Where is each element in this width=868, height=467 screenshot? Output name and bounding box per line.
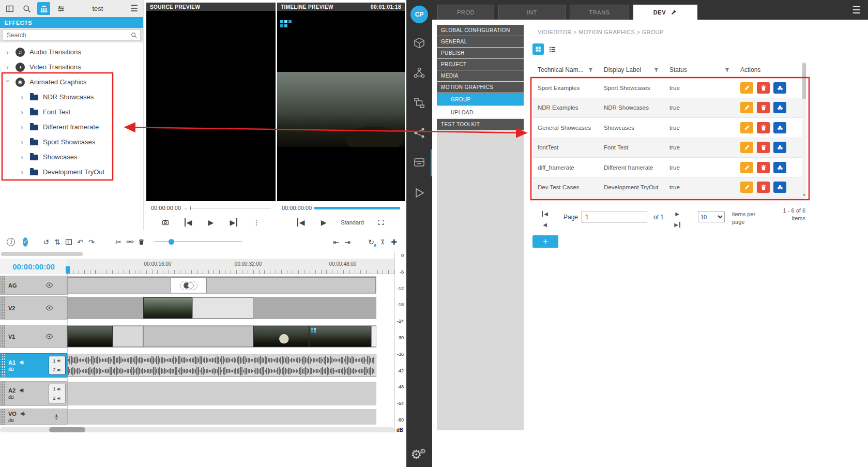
drag-handle-icon[interactable] — [1, 409, 5, 425]
nav-publish[interactable]: PUBLISH — [437, 48, 524, 58]
audio-clip[interactable] — [67, 354, 376, 377]
column-technical-name[interactable]: Technical Nam... — [538, 66, 584, 73]
scissors-icon[interactable]: ✂ — [113, 236, 124, 248]
preview-button[interactable] — [773, 162, 786, 173]
zoom-slider-handle[interactable] — [169, 239, 174, 245]
delete-clip-icon[interactable] — [135, 236, 147, 248]
tab-trans[interactable]: TRANS — [570, 5, 629, 20]
delete-button[interactable] — [757, 122, 770, 133]
eye-icon[interactable] — [45, 281, 53, 289]
video-clip[interactable] — [371, 326, 376, 347]
speaker-icon[interactable] — [19, 387, 25, 394]
tab-prod[interactable]: PROD — [437, 5, 494, 20]
filter-funnel-icon[interactable] — [653, 67, 659, 73]
edit-button[interactable] — [740, 122, 753, 133]
db-meter-label[interactable]: dB — [8, 418, 26, 423]
preview-button[interactable] — [773, 182, 786, 193]
nav-media[interactable]: MEDIA — [437, 70, 524, 81]
chevron-right-icon[interactable]: › — [6, 63, 11, 71]
graphics-clip[interactable] — [68, 277, 376, 293]
layout-icon[interactable] — [3, 2, 16, 15]
play-icon[interactable]: ▶ — [318, 217, 329, 228]
add-group-button[interactable]: + — [532, 235, 558, 248]
quality-selector[interactable]: Standard — [341, 219, 364, 225]
track-v1-header[interactable]: V1 — [0, 325, 67, 348]
structure-nodes-icon[interactable] — [406, 63, 432, 83]
edit-button[interactable] — [740, 182, 753, 193]
table-scrollbar[interactable]: ▼ — [802, 62, 806, 198]
undo-icon[interactable]: ↶ — [74, 236, 86, 248]
delete-button[interactable] — [757, 142, 770, 153]
drag-handle-icon[interactable] — [1, 354, 5, 377]
column-status[interactable]: Status — [669, 66, 687, 73]
prev-page-button[interactable]: ◀ — [540, 220, 550, 229]
table-row[interactable]: Sport Examples Sport Showcases true — [532, 78, 806, 98]
nav-general[interactable]: GENERAL — [437, 36, 524, 47]
delete-button[interactable] — [757, 82, 770, 94]
eye-icon[interactable] — [45, 333, 53, 340]
speaker-icon[interactable] — [57, 396, 62, 401]
go-to-start-icon[interactable]: ◀ — [295, 217, 307, 228]
tree-item-sport-showcases[interactable]: › Sport Showcases — [0, 134, 143, 149]
tree-item-ndr-showcases[interactable]: › NDR Showcases — [0, 89, 143, 104]
tab-int[interactable]: INT — [498, 5, 566, 20]
tree-item-different-framerate[interactable]: › Different framerate — [0, 119, 143, 134]
preview-button[interactable] — [773, 122, 786, 133]
list-view-icon[interactable] — [549, 45, 556, 53]
chevron-right-icon[interactable]: › — [6, 48, 11, 56]
nav-test-toolkit[interactable]: TEST TOOLKIT — [437, 119, 524, 130]
scroll-down-icon[interactable]: ▼ — [802, 193, 806, 198]
split-view-icon[interactable] — [63, 236, 74, 248]
move-icon[interactable]: ✚ — [388, 236, 400, 248]
video-clip[interactable] — [192, 297, 253, 319]
speaker-icon[interactable] — [57, 358, 62, 363]
preview-button[interactable] — [773, 102, 786, 113]
chevron-right-icon[interactable]: › — [21, 153, 25, 161]
table-row[interactable]: NDR Examples NDR Showcases true — [532, 98, 806, 118]
insert-after-icon[interactable]: ⇥ — [342, 236, 353, 248]
tree-group-animated-graphics[interactable]: › ◉ Animated Graphics — [0, 74, 143, 89]
timeline-top-scrollbar[interactable] — [1, 252, 83, 256]
reset-icon[interactable]: ↺ — [40, 236, 52, 248]
tree-item-font-test[interactable]: › Font Test — [0, 104, 143, 119]
chevron-down-icon[interactable]: › — [5, 80, 12, 84]
playout-icon[interactable] — [406, 183, 432, 203]
filter-funnel-icon[interactable] — [588, 67, 593, 73]
drag-handle-icon[interactable] — [1, 382, 5, 405]
first-page-button[interactable]: ◀ — [540, 209, 550, 218]
video-clip-thumbnail[interactable] — [67, 326, 113, 347]
razor-icon[interactable]: ✂ — [377, 236, 388, 248]
drag-handle-icon[interactable] — [1, 297, 5, 319]
video-clip[interactable] — [113, 326, 143, 347]
table-row[interactable]: fontTest Font Test true — [532, 138, 806, 158]
drag-handle-icon[interactable] — [1, 276, 5, 294]
edit-button[interactable] — [740, 162, 753, 173]
chevron-right-icon[interactable]: › — [21, 138, 25, 146]
last-page-button[interactable]: ▶ — [672, 220, 682, 229]
track-vo-header[interactable]: VO dB — [0, 409, 67, 425]
redo-icon[interactable]: ↷ — [86, 236, 97, 248]
loop-icon[interactable]: ↻ — [366, 236, 377, 248]
configuration-card-icon[interactable] — [406, 153, 432, 173]
chevron-right-icon[interactable]: › — [21, 123, 25, 131]
timeline-horizontal-scrollbar[interactable] — [0, 427, 394, 432]
db-meter-label[interactable]: dB — [8, 395, 25, 400]
tab-dev[interactable]: DEV — [633, 5, 697, 20]
table-row[interactable]: diff_framerate Different framerate true — [532, 158, 806, 178]
unlink-icon[interactable] — [124, 236, 135, 248]
scrollbar-thumb[interactable] — [802, 63, 806, 99]
info-icon[interactable]: i — [5, 236, 17, 248]
preview-button[interactable] — [773, 142, 786, 153]
delete-button[interactable] — [757, 182, 770, 193]
drag-handle-icon[interactable] — [1, 325, 5, 348]
settings-gear-icon[interactable]: ⚙⚙ — [406, 448, 432, 461]
nav-group[interactable]: GROUP — [437, 93, 524, 106]
avatar[interactable]: CP — [410, 6, 428, 23]
nav-upload[interactable]: UPLOAD — [437, 106, 524, 118]
playhead-marker[interactable] — [66, 266, 70, 274]
tree-group-audio-transitions[interactable]: › ♫ Audio Transitions — [0, 44, 143, 59]
capture-frame-icon[interactable] — [160, 217, 171, 228]
edit-button[interactable] — [740, 142, 753, 153]
chevron-right-icon[interactable]: › — [21, 93, 25, 101]
filter-funnel-icon[interactable] — [724, 67, 730, 73]
